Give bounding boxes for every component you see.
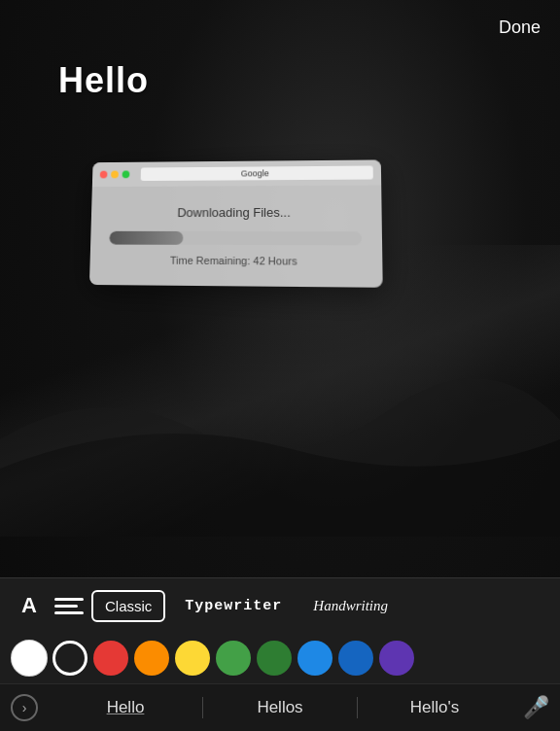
dialog-container: Google Downloading Files... Time Remaini… xyxy=(89,159,383,287)
color-swatch-green-light[interactable] xyxy=(216,641,251,676)
dialog-content: Downloading Files... Time Remaining: 42 … xyxy=(89,186,383,288)
font-option-typewriter[interactable]: Typewriter xyxy=(173,592,294,620)
bg-svg-waves xyxy=(0,342,560,537)
color-swatch-blue-dark[interactable] xyxy=(338,641,373,676)
text-align-icon[interactable] xyxy=(54,591,84,620)
mic-icon: 🎤 xyxy=(523,695,549,720)
color-strip xyxy=(0,633,560,683)
color-swatch-outline[interactable] xyxy=(52,641,88,676)
color-swatch-green-dark[interactable] xyxy=(257,641,292,676)
font-option-classic[interactable]: Classic xyxy=(91,590,165,622)
color-swatch-yellow[interactable] xyxy=(175,641,210,676)
font-style-icon[interactable]: A xyxy=(12,588,47,623)
color-swatch-purple[interactable] xyxy=(379,641,414,676)
text-overlay[interactable]: Hello xyxy=(58,60,149,101)
expand-icon: › xyxy=(11,694,38,721)
bottom-area: A Classic Typewriter Handwriting xyxy=(0,577,560,731)
progress-bar-fill xyxy=(109,231,183,245)
dialog-subtitle: Time Remaining: 42 Hours xyxy=(109,254,363,267)
color-swatch-red[interactable] xyxy=(93,641,128,676)
keyboard-toolbar: › Hello Hellos Hello's 🎤 xyxy=(0,683,560,731)
predictive-word-hellos-apos[interactable]: Hello's xyxy=(358,694,511,721)
dialog-address: Google xyxy=(141,166,373,182)
mic-button[interactable]: 🎤 xyxy=(511,695,560,720)
done-button[interactable]: Done xyxy=(499,17,541,38)
traffic-light-red xyxy=(100,171,108,179)
keyboard-expand-button[interactable]: › xyxy=(0,694,49,721)
font-option-handwriting[interactable]: Handwriting xyxy=(301,592,400,620)
predictive-word-hello[interactable]: Hello xyxy=(49,694,202,721)
predictive-area: Hello Hellos Hello's xyxy=(49,694,511,721)
predictive-word-hellos[interactable]: Hellos xyxy=(203,694,357,721)
color-swatch-white[interactable] xyxy=(12,641,47,676)
progress-bar xyxy=(109,231,362,246)
color-swatch-blue-light[interactable] xyxy=(298,641,332,676)
font-toolbar: A Classic Typewriter Handwriting xyxy=(0,577,560,633)
dialog-box: Google Downloading Files... Time Remaini… xyxy=(89,159,383,287)
traffic-light-yellow xyxy=(111,171,119,179)
dialog-title: Downloading Files... xyxy=(110,205,362,220)
color-swatch-orange[interactable] xyxy=(134,641,169,676)
traffic-light-green xyxy=(122,171,130,179)
dialog-titlebar: Google xyxy=(92,159,381,187)
